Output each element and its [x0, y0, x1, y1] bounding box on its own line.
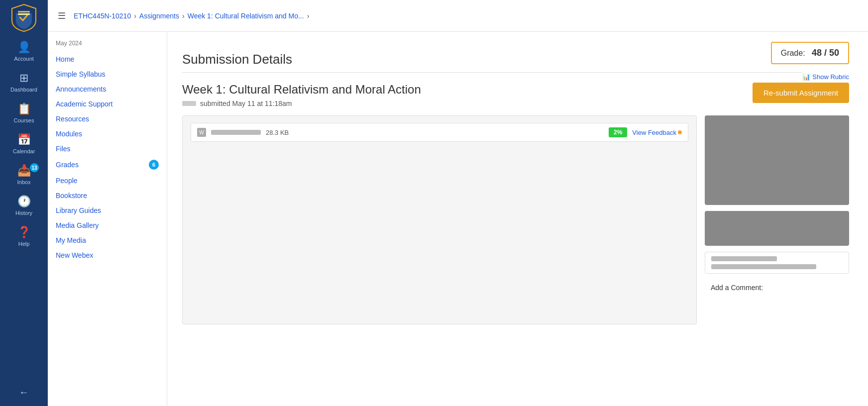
divider: [182, 72, 802, 73]
sidebar-link-library-guides[interactable]: Library Guides: [48, 203, 167, 218]
sidebar-link-my-media[interactable]: My Media: [48, 233, 167, 248]
inbox-badge: 13: [30, 163, 39, 172]
file-size: 28.3 KB: [266, 129, 604, 136]
sidebar-link-simple-syllabus[interactable]: Simple Syllabus: [48, 67, 167, 82]
sidebar-link-modules[interactable]: Modules: [48, 126, 167, 141]
breadcrumb-page[interactable]: Week 1: Cultural Relativism and Mo...: [188, 12, 304, 20]
breadcrumb: ETHC445N-10210 › Assignments › Week 1: C…: [74, 12, 309, 20]
submitted-info: submitted May 11 at 11:18am: [182, 100, 753, 107]
sidebar-link-academic-support[interactable]: Academic Support: [48, 97, 167, 111]
calendar-icon: 📅: [17, 133, 31, 146]
sidebar-item-dashboard[interactable]: ⊞ Dashboard: [0, 67, 48, 98]
svg-rect-1: [18, 13, 30, 15]
text-bar-short: [711, 256, 777, 261]
submitter-avatar: [182, 101, 196, 106]
grade-box: Grade: 48 / 50: [771, 42, 849, 64]
sidebar-item-history[interactable]: 🕐 History: [0, 190, 48, 221]
collapse-rail-button[interactable]: ←: [0, 379, 48, 406]
grades-badge: 6: [149, 160, 159, 170]
sidebar-item-help[interactable]: ❓ Help: [0, 221, 48, 252]
submitted-text: submitted May 11 at 11:18am: [200, 100, 292, 107]
account-icon: 👤: [17, 41, 31, 54]
breadcrumb-assignments[interactable]: Assignments: [139, 12, 179, 20]
course-sidebar: May 2024 Home Simple Syllabus Announceme…: [48, 32, 167, 406]
rubric-icon: 📊: [802, 73, 810, 81]
logo-shield: [11, 3, 37, 32]
text-bar-medium: [711, 264, 816, 269]
sidebar-link-new-webex[interactable]: New Webex: [48, 248, 167, 263]
main-wrapper: ☰ ETHC445N-10210 › Assignments › Week 1:…: [48, 0, 868, 406]
feedback-dot: [678, 130, 682, 134]
breadcrumb-sep-3: ›: [307, 12, 310, 20]
breadcrumb-course[interactable]: ETHC445N-10210: [74, 12, 131, 20]
sidebar-item-calendar-label: Calendar: [13, 148, 35, 154]
comment-panel: Add a Comment:: [705, 115, 849, 324]
courses-icon: 📋: [17, 102, 31, 115]
breadcrumb-sep-2: ›: [182, 12, 185, 20]
sidebar-link-media-gallery[interactable]: Media Gallery: [48, 218, 167, 233]
sidebar-item-history-label: History: [15, 210, 32, 216]
file-panel: W 28.3 KB 2% View Feedback: [182, 115, 697, 324]
top-bar: ☰ ETHC445N-10210 › Assignments › Week 1:…: [48, 0, 868, 32]
page-content: Grade: 48 / 50 Submission Details 📊 Show…: [167, 32, 864, 334]
sidebar-item-account-label: Account: [14, 56, 34, 62]
file-row: W 28.3 KB 2% View Feedback: [191, 123, 688, 142]
sidebar-link-bookstore[interactable]: Bookstore: [48, 188, 167, 203]
resubmit-button[interactable]: Re-submit Assignment: [753, 83, 849, 103]
add-comment-label: Add a Comment:: [705, 280, 849, 294]
file-icon: W: [197, 128, 206, 137]
sidebar-link-grades[interactable]: Grades 6: [48, 156, 167, 173]
comment-image-1: [705, 115, 849, 205]
sidebar-item-courses-label: Courses: [14, 117, 34, 123]
sidebar-link-resources[interactable]: Resources: [48, 111, 167, 126]
grade-label: Grade:: [781, 49, 805, 57]
sidebar-item-dashboard-label: Dashboard: [10, 87, 37, 93]
dashboard-icon: ⊞: [19, 72, 28, 85]
sidebar-item-courses[interactable]: 📋 Courses: [0, 98, 48, 128]
logo[interactable]: [0, 0, 48, 36]
history-icon: 🕐: [17, 195, 31, 208]
collapse-icon: ←: [19, 387, 29, 398]
inbox-icon: 📥: [17, 164, 31, 177]
content-row: May 2024 Home Simple Syllabus Announceme…: [48, 32, 868, 406]
sidebar-link-home[interactable]: Home: [48, 52, 167, 67]
page-main: Grade: 48 / 50 Submission Details 📊 Show…: [167, 32, 868, 406]
svg-rect-0: [18, 11, 30, 12]
show-rubric-link[interactable]: 📊 Show Rubric: [802, 73, 849, 81]
sidebar-item-calendar[interactable]: 📅 Calendar: [0, 128, 48, 159]
assignment-title: Week 1: Cultural Relativism and Moral Ac…: [182, 83, 849, 97]
help-icon: ❓: [17, 226, 31, 239]
comment-image-2: [705, 211, 849, 246]
sidebar-item-inbox[interactable]: 13 📥 Inbox: [0, 159, 48, 190]
sidebar-link-announcements[interactable]: Announcements: [48, 82, 167, 97]
page-title: Submission Details: [182, 52, 849, 67]
sidebar-item-help-label: Help: [18, 241, 30, 247]
view-feedback-link[interactable]: View Feedback: [632, 129, 682, 136]
hamburger-button[interactable]: ☰: [58, 10, 66, 21]
breadcrumb-sep-1: ›: [134, 12, 136, 20]
submission-area: W 28.3 KB 2% View Feedback: [182, 115, 849, 324]
sidebar-item-account[interactable]: 👤 Account: [0, 36, 48, 67]
left-rail: 👤 Account ⊞ Dashboard 📋 Courses 📅 Calend…: [0, 0, 48, 406]
sidebar-date: May 2024: [48, 38, 167, 52]
file-name-bar: [211, 130, 261, 135]
sidebar-link-files[interactable]: Files: [48, 141, 167, 156]
similarity-badge[interactable]: 2%: [609, 127, 627, 137]
sidebar-link-people[interactable]: People: [48, 173, 167, 188]
grade-value: 48 / 50: [812, 48, 839, 58]
sidebar-item-inbox-label: Inbox: [17, 179, 31, 185]
comment-text-bars: [705, 252, 849, 274]
